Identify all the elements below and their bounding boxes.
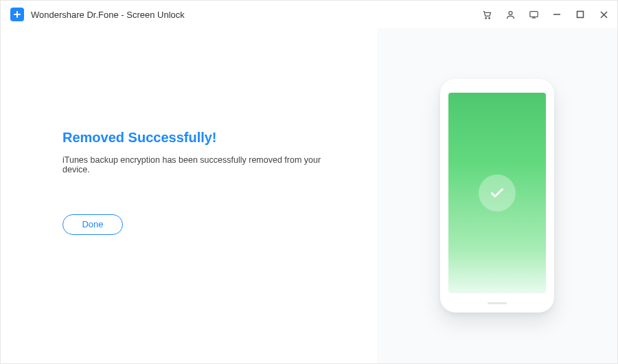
- app-window: Wondershare Dr.Fone - Screen Unlock: [0, 0, 618, 364]
- left-panel: Removed Successfully! iTunes backup encr…: [1, 14, 377, 350]
- feedback-icon[interactable]: [528, 9, 539, 20]
- done-button[interactable]: Done: [62, 214, 123, 235]
- success-badge: [479, 174, 516, 212]
- close-button[interactable]: [598, 9, 609, 20]
- phone-illustration: [440, 79, 554, 312]
- svg-point-3: [488, 17, 490, 19]
- content-area: Removed Successfully! iTunes backup encr…: [1, 28, 617, 363]
- cart-icon[interactable]: [481, 9, 492, 20]
- right-panel: [377, 28, 617, 363]
- phone-screen: [448, 93, 546, 293]
- status-headline: Removed Successfully!: [62, 130, 336, 146]
- minimize-button[interactable]: [551, 9, 562, 20]
- svg-rect-7: [577, 12, 584, 18]
- svg-point-2: [485, 17, 486, 19]
- svg-rect-5: [529, 11, 537, 16]
- account-icon[interactable]: [505, 9, 516, 20]
- titlebar-controls: [481, 9, 609, 20]
- maximize-button[interactable]: [575, 9, 586, 20]
- checkmark-icon: [488, 184, 506, 202]
- status-description: iTunes backup encryption has been succes…: [62, 155, 336, 174]
- svg-point-4: [509, 11, 512, 14]
